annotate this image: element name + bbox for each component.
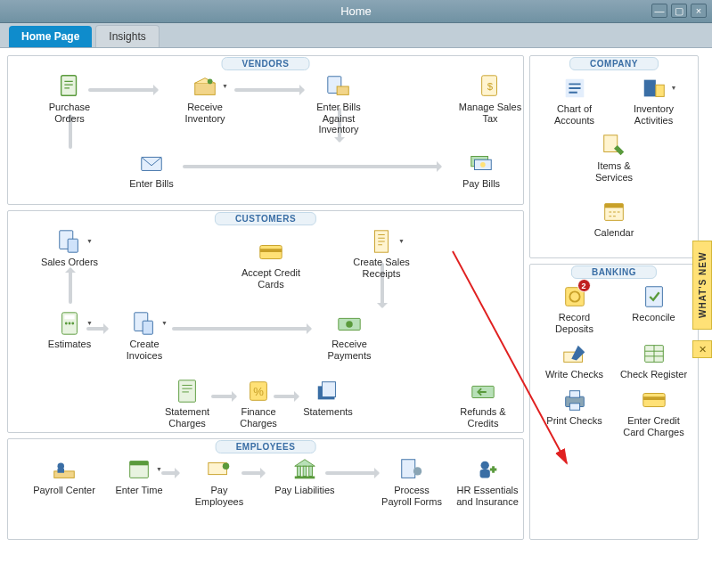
section-title-company: COMPANY xyxy=(569,57,659,70)
printer-icon xyxy=(559,386,591,414)
process-payroll-forms[interactable]: Process Payroll Forms xyxy=(379,455,445,507)
list-icon xyxy=(559,74,591,102)
percent-icon: % xyxy=(242,377,274,405)
svg-point-37 xyxy=(223,463,230,470)
tab-home-page[interactable]: Home Page xyxy=(9,26,92,47)
section-title-customers: CUSTOMERS xyxy=(215,212,316,225)
hr-essentials-insurance[interactable]: HR Essentials and Insurance xyxy=(450,455,525,507)
svg-point-2 xyxy=(208,79,213,85)
panel-customers: CUSTOMERS ▼ Sales Orders Accept Credit C… xyxy=(7,210,524,433)
write-checks[interactable]: Write Checks xyxy=(540,339,610,380)
enter-bills[interactable]: Enter Bills xyxy=(119,149,184,190)
svg-point-32 xyxy=(58,463,65,470)
print-checks[interactable]: Print Checks xyxy=(540,386,610,437)
receive-inventory[interactable]: ▼ Receive Inventory xyxy=(172,72,238,124)
enter-bills-against-inventory[interactable]: Enter Bills Against Inventory xyxy=(306,72,372,135)
svg-rect-47 xyxy=(643,80,655,97)
panel-company: COMPANY Chart of Accounts ▼ Inventory Ac… xyxy=(529,55,699,258)
box-open-icon: ▼ xyxy=(189,72,221,101)
dropdown-caret-icon: ▼ xyxy=(86,320,93,326)
check-register[interactable]: Check Register xyxy=(619,339,689,380)
calendar[interactable]: Calendar xyxy=(543,198,685,239)
statements[interactable]: Statements xyxy=(295,377,361,418)
dropdown-caret-icon: ▼ xyxy=(86,238,93,244)
dropdown-caret-icon: ▼ xyxy=(222,83,228,89)
items-services[interactable]: Items & Services xyxy=(579,131,649,183)
svg-point-10 xyxy=(480,162,486,167)
estimates[interactable]: ▼ Estimates xyxy=(37,309,102,350)
create-sales-receipts[interactable]: ▼ Create Sales Receipts xyxy=(348,227,414,279)
create-invoices[interactable]: ▼ Create Invoices xyxy=(111,309,177,361)
pen-check-icon xyxy=(559,339,591,368)
form-person-icon xyxy=(396,455,428,484)
svg-point-20 xyxy=(71,323,74,325)
receive-payments[interactable]: Receive Payments xyxy=(316,309,382,361)
svg-point-43 xyxy=(413,467,421,475)
svg-rect-48 xyxy=(655,85,663,96)
bank-icon xyxy=(289,455,321,484)
svg-rect-59 xyxy=(569,404,579,411)
svg-rect-42 xyxy=(402,460,415,478)
panel-banking: BANKING 2 Record Deposits Reconcile Writ… xyxy=(529,264,699,540)
pay-employees[interactable]: Pay Employees xyxy=(186,455,252,507)
purchase-orders[interactable]: Purchase Orders xyxy=(37,72,102,124)
svg-rect-58 xyxy=(569,391,579,398)
envelope-icon xyxy=(135,149,168,177)
record-deposits[interactable]: 2 Record Deposits xyxy=(540,282,610,334)
whats-new-tab[interactable]: WHAT'S NEW xyxy=(692,241,712,330)
calendar-icon xyxy=(598,198,630,226)
svg-rect-54 xyxy=(645,287,662,307)
inventory-activities[interactable]: ▼ Inventory Activities xyxy=(619,74,689,126)
titlebar: Home — ▢ × xyxy=(0,0,712,23)
svg-text:%: % xyxy=(253,385,264,398)
svg-rect-25 xyxy=(179,380,196,402)
sales-orders[interactable]: ▼ Sales Orders xyxy=(37,227,102,268)
person-plus-icon xyxy=(471,455,503,484)
minimize-button[interactable]: — xyxy=(651,4,667,18)
statement-charges[interactable]: Statement Charges xyxy=(154,377,220,429)
svg-rect-0 xyxy=(61,76,77,96)
tag-list-icon xyxy=(598,131,630,159)
chart-of-accounts[interactable]: Chart of Accounts xyxy=(540,74,610,126)
tab-insights[interactable]: Insights xyxy=(95,25,159,47)
svg-rect-51 xyxy=(605,203,624,208)
section-title-vendors: VENDORS xyxy=(222,57,310,70)
panel-employees: EMPLOYEES Payroll Center ▼ Enter Time Pa… xyxy=(7,438,524,540)
accept-credit-cards[interactable]: Accept Credit Cards xyxy=(238,238,304,290)
pay-bills[interactable]: Pay Bills xyxy=(448,149,514,190)
finance-charges[interactable]: % Finance Charges xyxy=(225,377,291,429)
manage-sales-tax[interactable]: $ Manage Sales Tax xyxy=(457,72,523,124)
svg-rect-22 xyxy=(143,321,152,334)
enter-credit-card-charges[interactable]: Enter Credit Card Charges xyxy=(619,386,689,437)
svg-rect-29 xyxy=(322,382,335,397)
svg-point-19 xyxy=(69,323,71,325)
enter-time[interactable]: ▼ Enter Time xyxy=(106,455,172,496)
window-title: Home xyxy=(340,4,372,18)
dropdown-caret-icon: ▼ xyxy=(161,320,168,326)
pay-liabilities[interactable]: Pay Liabilities xyxy=(272,455,338,496)
svg-rect-35 xyxy=(130,461,149,466)
maximize-button[interactable]: ▢ xyxy=(671,4,687,18)
deposit-count-badge: 2 xyxy=(577,279,591,292)
person-desk-icon xyxy=(48,455,80,484)
whats-new-close[interactable]: ✕ xyxy=(692,340,712,358)
document-icon xyxy=(53,72,86,101)
dropdown-caret-icon: ▼ xyxy=(156,466,162,472)
credit-card-icon xyxy=(255,238,287,266)
section-title-banking: BANKING xyxy=(571,265,657,279)
receipt-icon: ▼ xyxy=(365,227,397,256)
payroll-center[interactable]: Payroll Center xyxy=(31,455,97,496)
svg-rect-14 xyxy=(260,249,282,252)
close-button[interactable]: × xyxy=(691,4,707,18)
tax-doc-icon: $ xyxy=(474,72,506,101)
refunds-credits[interactable]: Refunds & Credits xyxy=(450,377,516,429)
invoice-icon: ▼ xyxy=(128,309,160,338)
svg-rect-4 xyxy=(337,86,348,94)
folder-doc-icon xyxy=(312,377,344,405)
svg-rect-45 xyxy=(480,470,490,478)
panel-vendors: VENDORS Purchase Orders ▼ Receive Invent… xyxy=(7,55,524,205)
reconcile[interactable]: Reconcile xyxy=(619,282,689,334)
tabbar: Home Page Insights xyxy=(0,23,712,48)
calendar-green-icon: ▼ xyxy=(123,455,155,484)
credit-card-gold-icon xyxy=(638,386,670,414)
